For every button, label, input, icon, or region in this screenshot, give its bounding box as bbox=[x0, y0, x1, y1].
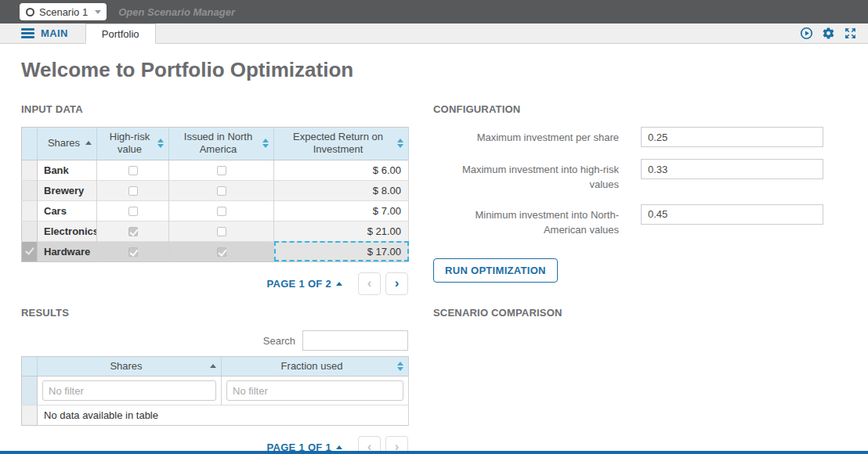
main-menu-button[interactable]: MAIN bbox=[21, 27, 68, 39]
config-field-row: Maximum investment per share bbox=[433, 127, 847, 147]
input-data-title: INPUT DATA bbox=[21, 103, 408, 115]
results-empty-row: No data available in table bbox=[22, 405, 409, 426]
share-name[interactable]: Bank bbox=[38, 160, 97, 180]
fraction-used-filter-input[interactable] bbox=[226, 380, 403, 401]
expected-return-cell[interactable]: $ 7.00 bbox=[274, 200, 409, 221]
row-gutter bbox=[22, 405, 38, 426]
results-section: RESULTS Search Shares Fraction used bbox=[21, 307, 408, 454]
table-row-brewery[interactable]: Brewery $ 8.00 bbox=[22, 180, 409, 200]
column-header-expected-return[interactable]: Expected Return on Investment bbox=[274, 128, 409, 160]
north-america-checkbox[interactable] bbox=[217, 247, 226, 257]
results-title: RESULTS bbox=[21, 307, 408, 319]
north-america-checkbox[interactable] bbox=[217, 227, 226, 236]
sort-icon bbox=[157, 139, 164, 148]
high-risk-checkbox[interactable] bbox=[128, 227, 138, 236]
column-header-fraction-used[interactable]: Fraction used bbox=[222, 357, 409, 377]
expected-return-cell[interactable]: $ 8.00 bbox=[274, 180, 409, 200]
share-name[interactable]: Electronics bbox=[38, 221, 97, 241]
results-search-row: Search bbox=[21, 330, 408, 351]
next-page-button[interactable]: › bbox=[385, 272, 408, 295]
caret-up-icon bbox=[336, 445, 342, 449]
high-risk-checkbox[interactable] bbox=[128, 186, 138, 196]
search-input[interactable] bbox=[302, 330, 408, 351]
sort-icon bbox=[397, 139, 403, 148]
max-investment-per-share-input[interactable] bbox=[641, 127, 823, 147]
share-name[interactable]: Hardware bbox=[38, 241, 97, 261]
filter-gutter bbox=[22, 377, 38, 405]
page-size-selector[interactable]: PAGE 1 OF 2 bbox=[266, 278, 342, 290]
north-america-checkbox[interactable] bbox=[217, 186, 226, 196]
scenario-status-icon bbox=[26, 8, 34, 16]
table-row-hardware[interactable]: Hardware $ 17.00 bbox=[22, 241, 409, 261]
max-investment-high-risk-label: Maximum investment into high-risk values bbox=[433, 159, 641, 193]
max-investment-high-risk-input[interactable] bbox=[641, 159, 823, 179]
row-gutter[interactable] bbox=[22, 221, 38, 241]
row-gutter[interactable] bbox=[22, 180, 38, 200]
column-header-north-america[interactable]: Issued in North America bbox=[169, 128, 274, 160]
configuration-section: CONFIGURATION Maximum investment per sha… bbox=[433, 103, 847, 307]
north-america-checkbox[interactable] bbox=[217, 207, 226, 216]
toolbar-icons bbox=[800, 27, 857, 40]
results-table: Shares Fraction used bbox=[21, 356, 409, 426]
column-header-shares[interactable]: Shares bbox=[38, 357, 222, 377]
no-data-message: No data available in table bbox=[38, 405, 409, 426]
caret-up-icon bbox=[336, 282, 342, 286]
input-table-header-row: Shares High-risk value Issued in North A… bbox=[22, 128, 409, 160]
play-circle-icon[interactable] bbox=[800, 27, 813, 40]
column-header-shares[interactable]: Shares bbox=[38, 128, 97, 160]
hamburger-icon bbox=[21, 28, 34, 38]
run-optimization-button[interactable]: RUN OPTIMIZATION bbox=[433, 258, 558, 283]
north-america-checkbox[interactable] bbox=[217, 166, 226, 175]
prev-page-button[interactable]: ‹ bbox=[358, 272, 381, 295]
sort-ascending-icon bbox=[85, 141, 92, 145]
share-name[interactable]: Cars bbox=[38, 200, 97, 221]
page-content: Welcome to Portfolio Optimization INPUT … bbox=[0, 44, 868, 454]
page-title: Welcome to Portfolio Optimization bbox=[21, 58, 847, 82]
table-row-electronics[interactable]: Electronics $ 21.00 bbox=[22, 221, 409, 241]
results-header-row: Shares Fraction used bbox=[22, 357, 409, 377]
scenario-selector-label: Scenario 1 bbox=[39, 6, 88, 18]
high-risk-checkbox[interactable] bbox=[128, 247, 138, 257]
main-menu-label: MAIN bbox=[41, 27, 68, 39]
high-risk-checkbox[interactable] bbox=[128, 166, 138, 175]
share-name[interactable]: Brewery bbox=[38, 180, 97, 200]
row-gutter[interactable] bbox=[22, 160, 38, 180]
tab-bar: MAIN Portfolio bbox=[0, 23, 868, 44]
open-scenario-manager-label: Open Scenario Manager bbox=[118, 6, 235, 18]
scenario-toolbar: Scenario 1 Open Scenario Manager bbox=[0, 0, 868, 23]
config-field-row: Minimum investment into North-American v… bbox=[433, 204, 847, 238]
gear-icon[interactable] bbox=[822, 27, 835, 40]
tab-portfolio-label: Portfolio bbox=[102, 28, 139, 40]
footer-accent-bar bbox=[0, 451, 868, 454]
column-header-high-risk[interactable]: High-risk value bbox=[97, 128, 169, 160]
sort-ascending-icon bbox=[210, 364, 216, 368]
expected-return-cell[interactable]: $ 21.00 bbox=[274, 221, 409, 241]
fullscreen-icon[interactable] bbox=[844, 27, 857, 40]
table-row-bank[interactable]: Bank $ 6.00 bbox=[22, 160, 409, 180]
scenario-comparison-section: SCENARIO COMPARISON bbox=[433, 307, 847, 454]
row-check-icon bbox=[26, 247, 34, 255]
input-data-table: Shares High-risk value Issued in North A… bbox=[21, 127, 409, 262]
search-label: Search bbox=[263, 335, 295, 347]
scenario-comparison-title: SCENARIO COMPARISON bbox=[433, 307, 847, 319]
min-investment-north-american-input[interactable] bbox=[641, 204, 823, 225]
input-data-pagination: PAGE 1 OF 2 ‹ › bbox=[21, 272, 408, 295]
scenario-selector-button[interactable]: Scenario 1 bbox=[20, 3, 107, 20]
row-gutter[interactable] bbox=[22, 200, 38, 221]
expected-return-cell-selected[interactable]: $ 17.00 bbox=[274, 241, 409, 261]
min-investment-north-american-label: Minimum investment into North-American v… bbox=[433, 204, 641, 238]
app-window: Scenario 1 Open Scenario Manager MAIN Po… bbox=[0, 0, 868, 454]
tab-portfolio[interactable]: Portfolio bbox=[85, 23, 156, 44]
chevron-down-icon bbox=[95, 10, 101, 14]
sort-icon bbox=[262, 139, 269, 148]
shares-filter-input[interactable] bbox=[42, 380, 216, 401]
header-gutter bbox=[22, 357, 38, 377]
header-gutter bbox=[22, 128, 38, 160]
input-data-section: INPUT DATA Shares High-risk value bbox=[21, 103, 408, 307]
max-investment-per-share-label: Maximum investment per share bbox=[433, 127, 641, 146]
config-field-row: Maximum investment into high-risk values bbox=[433, 159, 847, 193]
row-gutter[interactable] bbox=[22, 241, 38, 261]
expected-return-cell[interactable]: $ 6.00 bbox=[274, 160, 409, 180]
table-row-cars[interactable]: Cars $ 7.00 bbox=[22, 200, 409, 221]
high-risk-checkbox[interactable] bbox=[128, 207, 138, 216]
